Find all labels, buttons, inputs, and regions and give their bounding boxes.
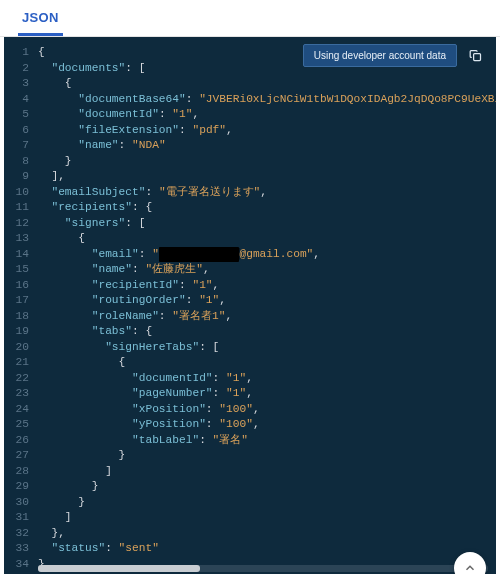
code-line: 11 "recipients": { [4,200,496,216]
line-number: 8 [4,154,38,170]
line-content: "emailSubject": "電子署名送ります", [38,185,496,201]
line-content: "name": "佐藤虎生", [38,262,496,278]
line-content: } [38,479,496,495]
code-line: 27 } [4,448,496,464]
tab-json[interactable]: JSON [18,0,63,36]
line-number: 3 [4,76,38,92]
line-content: "email": "████████████@gmail.com", [38,247,496,263]
line-number: 14 [4,247,38,263]
copy-button[interactable] [464,45,486,67]
code-line: 21 { [4,355,496,371]
code-line: 25 "yPosition": "100", [4,417,496,433]
code-line: 23 "pageNumber": "1", [4,386,496,402]
line-number: 30 [4,495,38,511]
horizontal-scrollbar[interactable] [38,565,488,572]
code-line: 12 "signers": [ [4,216,496,232]
tab-bar: JSON [0,0,500,37]
line-content: "pageNumber": "1", [38,386,496,402]
line-number: 28 [4,464,38,480]
line-number: 25 [4,417,38,433]
code-line: 20 "signHereTabs": [ [4,340,496,356]
line-number: 22 [4,371,38,387]
redacted-text: ████████████ [159,247,240,263]
line-number: 19 [4,324,38,340]
copy-icon [468,48,483,63]
line-content: "tabs": { [38,324,496,340]
code-line: 4 "documentBase64": "JVBERi0xLjcNCiW1tbW… [4,92,496,108]
code-line: 30 } [4,495,496,511]
line-content: "yPosition": "100", [38,417,496,433]
line-content: "recipients": { [38,200,496,216]
line-number: 23 [4,386,38,402]
line-number: 5 [4,107,38,123]
code-line: 6 "fileExtension": "pdf", [4,123,496,139]
line-content: "signHereTabs": [ [38,340,496,356]
line-number: 12 [4,216,38,232]
line-number: 16 [4,278,38,294]
code-line: 5 "documentId": "1", [4,107,496,123]
line-number: 1 [4,45,38,61]
line-number: 33 [4,541,38,557]
code-line: 18 "roleName": "署名者1", [4,309,496,325]
line-content: "xPosition": "100", [38,402,496,418]
line-number: 4 [4,92,38,108]
code-line: 13 { [4,231,496,247]
code-line: 3 { [4,76,496,92]
line-number: 13 [4,231,38,247]
line-content: } [38,448,496,464]
svg-rect-0 [473,54,480,61]
code-line: 28 ] [4,464,496,480]
code-line: 14 "email": "████████████@gmail.com", [4,247,496,263]
code-line: 15 "name": "佐藤虎生", [4,262,496,278]
chevron-up-icon [463,561,477,574]
line-number: 26 [4,433,38,449]
line-number: 2 [4,61,38,77]
line-content: "recipientId": "1", [38,278,496,294]
line-content: "routingOrder": "1", [38,293,496,309]
line-number: 15 [4,262,38,278]
line-content: { [38,355,496,371]
line-content: "name": "NDA" [38,138,496,154]
code-line: 9 ], [4,169,496,185]
line-number: 9 [4,169,38,185]
code-line: 32 }, [4,526,496,542]
line-number: 20 [4,340,38,356]
line-number: 21 [4,355,38,371]
line-number: 6 [4,123,38,139]
line-content: "documentId": "1", [38,107,496,123]
line-number: 7 [4,138,38,154]
code-line: 8 } [4,154,496,170]
line-content: "status": "sent" [38,541,496,557]
code-line: 16 "recipientId": "1", [4,278,496,294]
code-line: 7 "name": "NDA" [4,138,496,154]
line-number: 18 [4,309,38,325]
line-number: 34 [4,557,38,573]
line-number: 17 [4,293,38,309]
line-number: 32 [4,526,38,542]
badge-row: Using developer account data [303,44,486,67]
code-line: 26 "tabLabel": "署名" [4,433,496,449]
code-line: 29 } [4,479,496,495]
line-content: } [38,154,496,170]
line-content: "documentBase64": "JVBERi0xLjcNCiW1tbW1D… [38,92,496,108]
code-line: 31 ] [4,510,496,526]
code-line: 10 "emailSubject": "電子署名送ります", [4,185,496,201]
code-line: 17 "routingOrder": "1", [4,293,496,309]
line-content: "tabLabel": "署名" [38,433,496,449]
code-line: 24 "xPosition": "100", [4,402,496,418]
horizontal-scrollbar-thumb[interactable] [38,565,200,572]
code-line: 33 "status": "sent" [4,541,496,557]
line-content: "documentId": "1", [38,371,496,387]
line-number: 11 [4,200,38,216]
line-number: 24 [4,402,38,418]
code-line: 22 "documentId": "1", [4,371,496,387]
code-scroll[interactable]: 1{2 "documents": [3 {4 "documentBase64":… [4,37,496,574]
line-content: { [38,76,496,92]
code-area: Using developer account data 1{2 "docume… [4,37,496,574]
line-number: 29 [4,479,38,495]
line-content: "signers": [ [38,216,496,232]
json-panel: JSON Using developer account data 1{2 "d… [0,0,500,574]
line-number: 31 [4,510,38,526]
line-content: { [38,231,496,247]
line-content: }, [38,526,496,542]
